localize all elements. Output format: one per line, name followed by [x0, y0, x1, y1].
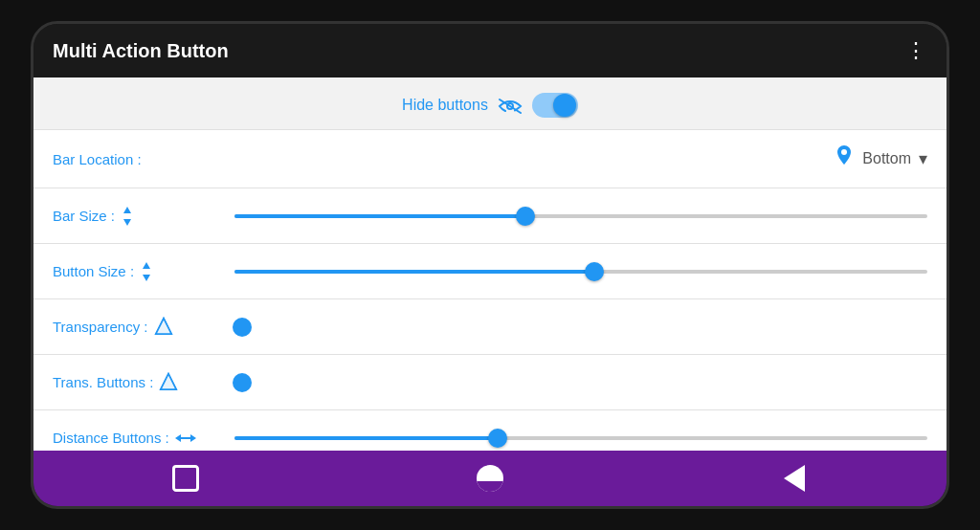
- horizontal-resize-icon: [175, 432, 196, 444]
- trans-buttons-label: Trans. Buttons :: [53, 372, 225, 393]
- dropdown-chevron-icon[interactable]: ▾: [919, 148, 927, 169]
- svg-marker-6: [175, 434, 181, 442]
- bar-location-value: Bottom: [862, 150, 911, 167]
- svg-marker-4: [143, 262, 150, 269]
- hide-buttons-row: Hide buttons: [33, 77, 947, 130]
- button-size-slider[interactable]: [234, 270, 927, 274]
- circle-icon: [477, 465, 503, 492]
- slider-fill-2: [234, 270, 594, 274]
- resize-vertical-icon: [121, 207, 134, 226]
- nav-circle-button[interactable]: [461, 459, 519, 497]
- trans-buttons-row: Trans. Buttons :: [33, 355, 947, 410]
- slider-thumb-3: [488, 429, 507, 448]
- transparency-row: Transparency :: [33, 299, 947, 355]
- bar-location-right: Bottom ▾: [834, 144, 927, 174]
- trans-buttons-icon: [159, 372, 178, 393]
- bar-size-row: Bar Size :: [33, 188, 947, 244]
- bar-size-slider[interactable]: [234, 214, 927, 218]
- transparency-label: Transparency :: [53, 317, 225, 338]
- more-options-button[interactable]: ⋮: [905, 38, 927, 63]
- help-icon: [834, 144, 855, 174]
- device-frame: Multi Action Button ⋮ Hide buttons Bar L…: [31, 21, 949, 509]
- slider-track-3: [234, 436, 927, 440]
- svg-marker-3: [123, 219, 131, 226]
- button-size-row: Button Size :: [33, 244, 947, 299]
- slider-thumb-2: [585, 262, 604, 281]
- settings-area: Hide buttons Bar Location :: [33, 77, 947, 451]
- toggle-thumb: [553, 94, 576, 117]
- hide-buttons-label: Hide buttons: [402, 97, 488, 114]
- nav-back-button[interactable]: [766, 459, 823, 497]
- hide-buttons-toggle[interactable]: [532, 93, 578, 118]
- resize-vertical-icon-2: [140, 262, 153, 281]
- square-icon: [172, 465, 199, 492]
- transparency-dot[interactable]: [233, 318, 252, 337]
- side-button-bot: [31, 273, 33, 311]
- button-size-label: Button Size :: [53, 262, 225, 281]
- bottom-navigation: [33, 451, 947, 506]
- app-title: Multi Action Button: [53, 40, 229, 62]
- nav-square-button[interactable]: [157, 459, 214, 497]
- bar-location-label: Bar Location :: [53, 151, 834, 167]
- eye-slash-icon: [498, 95, 523, 117]
- side-button-mid: [31, 225, 33, 263]
- distance-buttons-row: Distance Buttons :: [33, 410, 947, 451]
- trans-buttons-dot[interactable]: [233, 373, 252, 392]
- slider-track-2: [234, 270, 927, 274]
- side-button-top: [31, 177, 33, 215]
- slider-fill: [234, 214, 525, 218]
- svg-marker-2: [123, 207, 131, 213]
- distance-buttons-label: Distance Buttons :: [53, 430, 225, 446]
- back-icon: [784, 465, 805, 492]
- slider-fill-3: [234, 436, 498, 440]
- bar-location-row: Bar Location : Bottom ▾: [33, 130, 947, 188]
- bar-size-label: Bar Size :: [53, 207, 225, 226]
- slider-thumb: [516, 207, 535, 226]
- svg-marker-5: [143, 275, 150, 281]
- transparency-icon: [154, 317, 173, 338]
- svg-marker-8: [190, 434, 196, 442]
- app-header: Multi Action Button ⋮: [33, 24, 947, 77]
- distance-buttons-slider[interactable]: [234, 436, 927, 440]
- svg-point-1: [841, 149, 847, 155]
- slider-track: [234, 214, 927, 218]
